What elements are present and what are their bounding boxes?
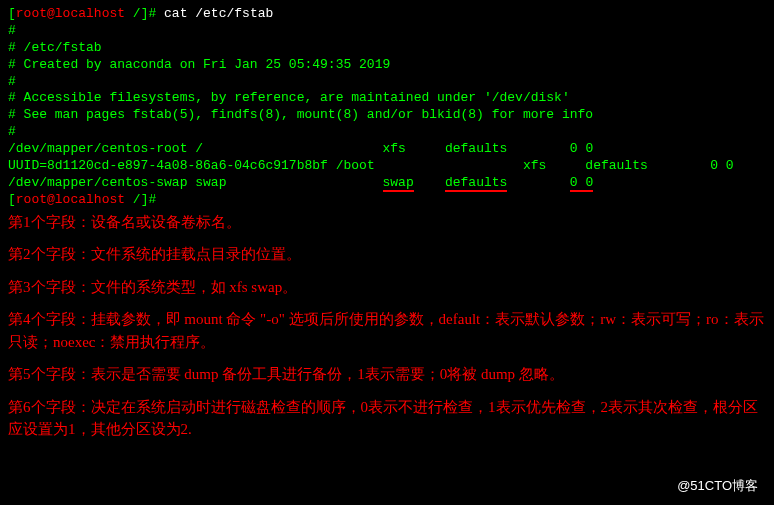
- pass: 0: [585, 141, 593, 156]
- options: defaults: [585, 158, 647, 173]
- device: UUID=8d1120cd-e897-4a08-86a6-04c6c917b8b…: [8, 158, 328, 173]
- prompt-path: /: [125, 192, 141, 207]
- prompt-line[interactable]: [root@localhost /]#: [8, 192, 766, 209]
- mount: /boot: [336, 158, 375, 173]
- type: xfs: [383, 141, 406, 156]
- type: swap: [383, 175, 414, 192]
- bracket-open: [: [8, 6, 16, 21]
- prompt-path: /: [125, 6, 141, 21]
- terminal-output: [root@localhost /]# cat /etc/fstab # # /…: [8, 6, 766, 209]
- annotation-field-5: 第5个字段：表示是否需要 dump 备份工具进行备份，1表示需要；0将被 dum…: [8, 363, 766, 386]
- prompt-line[interactable]: [root@localhost /]# cat /etc/fstab: [8, 6, 766, 23]
- annotations: 第1个字段：设备名或设备卷标名。 第2个字段：文件系统的挂载点目录的位置。 第3…: [8, 211, 766, 441]
- fstab-comment: # Accessible filesystems, by reference, …: [8, 90, 766, 107]
- options: defaults: [445, 141, 507, 156]
- mount: swap: [195, 175, 226, 190]
- fstab-entry: /dev/mapper/centos-root / xfs defaults 0…: [8, 141, 766, 158]
- watermark: @51CTO博客: [677, 478, 758, 495]
- fstab-comment: # Created by anaconda on Fri Jan 25 05:4…: [8, 57, 766, 74]
- dump: 0: [570, 141, 578, 156]
- device: /dev/mapper/centos-swap: [8, 175, 187, 190]
- options: defaults: [445, 175, 507, 192]
- command-text: cat /etc/fstab: [164, 6, 273, 21]
- bracket-open: [: [8, 192, 16, 207]
- type: xfs: [523, 158, 546, 173]
- fstab-comment: # See man pages fstab(5), findfs(8), mou…: [8, 107, 766, 124]
- annotation-field-3: 第3个字段：文件的系统类型，如 xfs swap。: [8, 276, 766, 299]
- mount: /: [195, 141, 203, 156]
- fstab-entry: /dev/mapper/centos-swap swap swap defaul…: [8, 175, 766, 192]
- annotation-field-6: 第6个字段：决定在系统启动时进行磁盘检查的顺序，0表示不进行检查，1表示优先检查…: [8, 396, 766, 441]
- fstab-comment: #: [8, 124, 766, 141]
- device: /dev/mapper/centos-root: [8, 141, 187, 156]
- fstab-comment: #: [8, 74, 766, 91]
- bracket-close: ]#: [141, 6, 157, 21]
- prompt-user: root@localhost: [16, 192, 125, 207]
- fstab-comment: # /etc/fstab: [8, 40, 766, 57]
- prompt-user: root@localhost: [16, 6, 125, 21]
- annotation-field-1: 第1个字段：设备名或设备卷标名。: [8, 211, 766, 234]
- fstab-entry: UUID=8d1120cd-e897-4a08-86a6-04c6c917b8b…: [8, 158, 766, 175]
- pass: 0: [726, 158, 734, 173]
- bracket-close: ]#: [141, 192, 157, 207]
- annotation-field-4: 第4个字段：挂载参数，即 mount 命令 "-o" 选项后所使用的参数，def…: [8, 308, 766, 353]
- annotation-field-2: 第2个字段：文件系统的挂载点目录的位置。: [8, 243, 766, 266]
- dump-pass: 0 0: [570, 175, 593, 192]
- fstab-comment: #: [8, 23, 766, 40]
- dump: 0: [710, 158, 718, 173]
